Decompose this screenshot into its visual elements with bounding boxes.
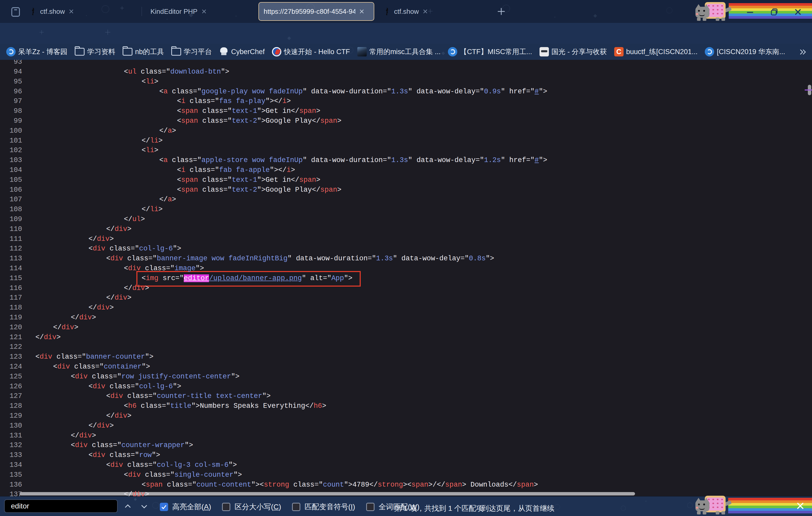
bookmark-item[interactable]: 呆羊Zz - 博客园 <box>6 47 67 56</box>
source-line: 117</div> <box>0 293 812 303</box>
line-code: <div class="counter-title text-center"> <box>106 391 271 401</box>
find-option-checkbox[interactable] <box>292 503 300 511</box>
bookmark-item[interactable]: 学习资料 <box>75 47 115 56</box>
source-line: 105<span class="text-1">Get in</span> <box>0 175 812 185</box>
folder-icon <box>123 48 133 56</box>
theme-decoration <box>428 9 433 13</box>
bookmark-label: CyberChef <box>231 48 265 56</box>
folder-icon <box>75 48 85 56</box>
line-number: 96 <box>0 87 22 96</box>
tab-kindeditor[interactable]: KindEditor PHP <box>146 2 255 21</box>
source-link[interactable]: # <box>534 88 539 95</box>
line-code: </a> <box>159 126 176 136</box>
line-number: 104 <box>0 165 22 175</box>
bookmark-item[interactable]: 快速开始 - Hello CTF <box>272 47 350 56</box>
theme-decoration <box>645 500 646 502</box>
bookmark-item[interactable]: CyberChef <box>219 47 265 56</box>
tab-close-icon[interactable] <box>359 8 365 14</box>
tab-active-challenge[interactable]: https://27b95999-c80f-4554-944 <box>258 2 374 21</box>
line-code: </ul> <box>124 214 145 224</box>
theme-decoration <box>235 16 237 17</box>
avatar-icon <box>540 47 549 56</box>
line-code: </div> <box>124 489 149 496</box>
bookmarks-overflow-chevron[interactable] <box>798 47 807 57</box>
source-line: 133<div class="row"> <box>0 450 812 460</box>
line-code: <div class="single-counter"> <box>124 470 242 480</box>
tab-ctf-show-1[interactable]: ctf.show <box>25 2 138 21</box>
browser-window: ctf.show KindEditor PHP https://27b95999… <box>0 0 812 516</box>
line-code: <h6 class="title">Numbers Speaks Everyth… <box>124 401 326 411</box>
line-number: 121 <box>0 332 22 342</box>
line-number: 132 <box>0 440 22 450</box>
find-input[interactable] <box>4 499 118 513</box>
line-number: 117 <box>0 293 22 303</box>
bookmark-item[interactable]: 【CTF】MISC常用工... <box>448 47 532 56</box>
line-number: 137 <box>0 489 22 496</box>
nyan-cat-top <box>695 1 734 22</box>
theme-decoration <box>666 7 672 13</box>
source-line: 137</div> <box>0 489 812 496</box>
close-window-button[interactable] <box>793 6 803 18</box>
source-link[interactable]: /upload/banner-app.png <box>209 274 302 282</box>
theme-decoration <box>687 503 693 508</box>
theme-decoration <box>167 19 168 20</box>
tab-close-icon[interactable] <box>201 8 207 14</box>
line-number: 106 <box>0 185 22 195</box>
source-line: 131</div> <box>0 431 812 441</box>
tab-divider <box>142 7 142 16</box>
minimize-button[interactable] <box>745 6 755 18</box>
source-line: 125<div class="row justify-content-cente… <box>0 372 812 382</box>
tab-close-icon[interactable] <box>68 8 74 14</box>
blog-circle-icon <box>705 47 714 56</box>
find-previous-button[interactable] <box>123 502 132 511</box>
bookmark-label: 呆羊Zz - 博客园 <box>18 47 67 56</box>
bookmark-label: nb的工具 <box>135 47 164 56</box>
find-option-label[interactable]: 匹配变音符号(I) <box>304 502 355 512</box>
navigation-toolbar: view-source:https://27b95999-c80f-4554-9… <box>0 23 812 44</box>
bookmark-item[interactable]: [CISCN2019 华东南... <box>705 47 785 56</box>
line-code: <i class="fab fa-apple"></i> <box>177 165 295 175</box>
bookmark-item[interactable]: Cbuuctf_练[CISCN201... <box>614 47 698 56</box>
find-option-label[interactable]: 高亮全部(A) <box>172 502 211 512</box>
bookmark-item[interactable]: 学习平台 <box>171 47 212 56</box>
source-line: 135<div class="single-counter"> <box>0 470 812 480</box>
maximize-button[interactable] <box>769 6 779 18</box>
bookmark-label: 学习资料 <box>87 47 115 56</box>
source-line: 98<span class="text-1">Get in</span> <box>0 106 812 116</box>
source-line: 109</ul> <box>0 214 812 224</box>
tab-close-icon[interactable] <box>423 8 428 14</box>
source-line: 96<a class="google-play wow fadeInUp" da… <box>0 87 812 96</box>
line-code: <div class="col-lg-6"> <box>88 244 181 253</box>
line-number: 110 <box>0 224 22 234</box>
window-tab-manager-icon[interactable] <box>9 6 22 18</box>
bookmarks-toolbar: 呆羊Zz - 博客园学习资料nb的工具学习平台CyberChef快速开始 - H… <box>0 44 812 60</box>
theme-decoration <box>396 10 397 11</box>
bookmark-label: buuctf_练[CISCN201... <box>626 47 698 56</box>
bookmark-label: 快速开始 - Hello CTF <box>284 47 350 56</box>
line-code: <div class="row justify-content-center"> <box>71 372 239 382</box>
source-line: 106<span class="text-2">Google Play</spa… <box>0 185 812 195</box>
blog-circle-icon <box>448 47 457 56</box>
bookmark-item[interactable]: nb的工具 <box>123 47 164 56</box>
line-code: </div> <box>88 303 114 313</box>
line-code: <div class="row"> <box>88 450 160 460</box>
source-link[interactable]: # <box>534 156 539 164</box>
bookmark-label: [CISCN2019 华东南... <box>717 47 785 56</box>
find-option-checkbox[interactable] <box>222 503 230 511</box>
tab-ctf-show-2[interactable]: ctf.show <box>379 2 488 21</box>
source-line: 114<div class="image"> <box>0 264 812 273</box>
line-code: <div class="banner-image wow fadeInRight… <box>106 253 494 264</box>
bookmark-item[interactable]: 常用的misc工具合集 ... <box>357 47 441 56</box>
find-option-checkbox[interactable] <box>366 503 375 511</box>
line-code: </div> <box>124 283 149 293</box>
theme-decoration <box>39 30 44 34</box>
find-match-highlight[interactable]: editor <box>184 274 209 282</box>
find-next-button[interactable] <box>140 502 149 511</box>
find-option-checkbox[interactable] <box>160 503 168 511</box>
line-code: <div class="col-lg-3 col-sm-6"> <box>106 460 237 470</box>
source-line: 95<li> <box>0 77 812 87</box>
line-number: 125 <box>0 372 22 382</box>
find-close-icon[interactable] <box>795 501 805 511</box>
bookmark-label: 常用的misc工具合集 ... <box>369 47 441 56</box>
theme-decoration <box>105 30 110 35</box>
